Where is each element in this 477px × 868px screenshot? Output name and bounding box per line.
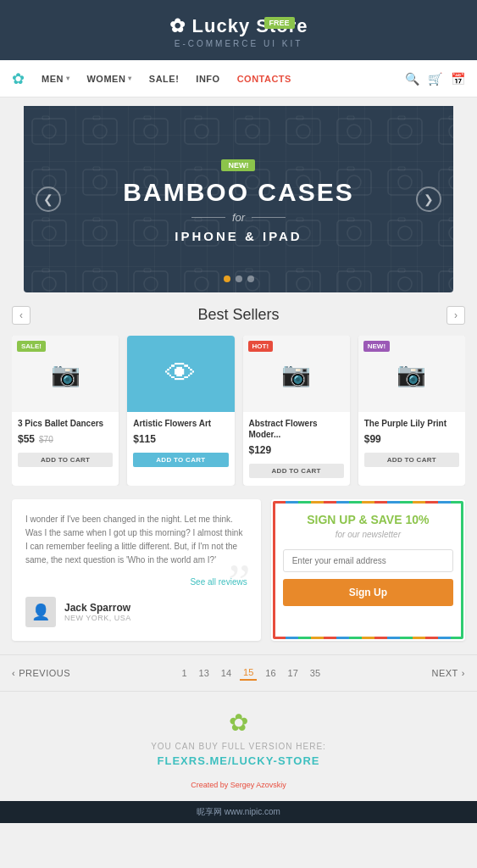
newsletter-box: SIGN UP & SAVE 10% for our newsletter Si… — [271, 499, 465, 641]
footer-cta: YOU CAN BUY FULL VERSION HERE: — [0, 742, 477, 751]
calendar-icon[interactable]: 📅 — [451, 72, 465, 86]
best-sellers-section: ‹ Best Sellers › SALE! 📷 3 Pics Ballet D… — [0, 292, 477, 499]
nav-item-info[interactable]: INFO — [187, 60, 228, 97]
products-next-button[interactable]: › — [446, 306, 465, 325]
product-name: Artistic Flowers Art — [133, 418, 228, 429]
nav-item-sale[interactable]: SALE! — [141, 60, 188, 97]
nav-item-women[interactable]: WOMEN ▾ — [78, 60, 140, 97]
page-1[interactable]: 1 — [178, 666, 190, 680]
newsletter-title-main: SIGN UP — [307, 513, 355, 526]
product-name: 3 Pics Ballet Dancers — [18, 418, 113, 429]
product-card: SALE! 📷 3 Pics Ballet Dancers $55 $70 AD… — [12, 336, 119, 486]
hero-dot-1[interactable] — [224, 275, 230, 282]
product-image: NEW! 📷 — [358, 336, 465, 412]
new-badge: NEW! — [363, 341, 390, 352]
pagination-prev-button[interactable]: ‹ PREVIOUS — [12, 668, 70, 678]
product-info: The Purple Lily Print $99 ADD TO CART — [358, 412, 465, 475]
review-text: I wonder if I've been changed in the nig… — [25, 513, 247, 567]
chevron-left-icon: ‹ — [12, 668, 15, 678]
site-footer: ✿ YOU CAN BUY FULL VERSION HERE: FLEXRS.… — [0, 691, 477, 801]
product-old-price: $70 — [39, 435, 53, 444]
review-box: I wonder if I've been changed in the nig… — [12, 499, 261, 641]
hero-new-badge: NEW! — [221, 159, 255, 171]
product-price: $55 — [18, 433, 35, 445]
product-image: HOT! 📷 — [243, 336, 350, 412]
main-nav: ✿ MEN ▾ WOMEN ▾ SALE! INFO CONTACTS 🔍 🛒 … — [0, 60, 477, 97]
newsletter-title-highlight: & SAVE 10% — [358, 513, 429, 526]
hero-prev-button[interactable]: ❮ — [36, 186, 61, 212]
product-name: Abstract Flowers Moder... — [249, 418, 344, 440]
hero-dot-3[interactable] — [247, 275, 254, 282]
chevron-down-icon: ▾ — [128, 75, 132, 82]
section-title: Best Sellers — [197, 306, 279, 324]
product-pricing: $129 — [249, 444, 344, 456]
add-to-cart-button[interactable]: ADD TO CART — [133, 453, 228, 467]
nav-logo-icon[interactable]: ✿ — [12, 70, 25, 88]
camera-icon: 📷 — [51, 360, 80, 388]
camera-icon: 📷 — [281, 360, 311, 388]
nav-item-contacts[interactable]: CONTACTS — [229, 60, 300, 97]
hero-dot-2[interactable] — [236, 275, 242, 282]
reviewer-location: NEW YORK, USA — [64, 614, 131, 622]
site-subtitle: E-COMMERCE UI KIT — [0, 39, 477, 48]
product-price: $115 — [133, 433, 156, 445]
product-info: Abstract Flowers Moder... $129 ADD TO CA… — [243, 412, 350, 486]
product-pricing: $99 — [364, 433, 459, 445]
page-15[interactable]: 15 — [240, 665, 257, 681]
product-card: 👁 Artistic Flowers Art $115 ADD TO CART — [127, 336, 234, 486]
hero-content: NEW! BAMBOO CASES for IPHONE & IPAD — [123, 156, 353, 243]
email-input[interactable] — [283, 549, 453, 572]
reviewer-name: Jack Sparrow — [64, 602, 131, 614]
nav-items: MEN ▾ WOMEN ▾ SALE! INFO CONTACTS — [33, 60, 405, 97]
chevron-right-icon: › — [462, 668, 465, 678]
next-label: NEXT — [431, 668, 458, 678]
search-icon[interactable]: 🔍 — [405, 72, 419, 86]
footer-flower-icon: ✿ — [0, 709, 477, 737]
footer-credit-text: Created by — [191, 781, 228, 789]
watermark-bar: 昵享网 www.nipic.com — [0, 801, 477, 823]
eye-icon: 👁 — [165, 356, 196, 392]
page-35[interactable]: 35 — [307, 666, 324, 680]
nav-icons: 🔍 🛒 📅 — [405, 72, 465, 86]
site-logo: ✿ Lucky Store — [0, 15, 477, 37]
add-to-cart-button[interactable]: ADD TO CART — [249, 464, 344, 478]
newsletter-subtitle: for our newsletter — [283, 530, 453, 539]
add-to-cart-button[interactable]: ADD TO CART — [18, 453, 113, 467]
free-badge: FREE — [264, 17, 295, 29]
chevron-down-icon: ▾ — [66, 75, 70, 82]
reviewer-details: Jack Sparrow NEW YORK, USA — [64, 602, 131, 622]
product-info: 3 Pics Ballet Dancers $55 $70 ADD TO CAR… — [12, 412, 119, 475]
pagination: ‹ PREVIOUS 1 13 14 15 16 17 35 NEXT › — [0, 654, 477, 691]
section-header: ‹ Best Sellers › — [12, 306, 465, 324]
footer-link[interactable]: FLEXRS.ME/LUCKY-STORE — [0, 754, 477, 767]
footer-credit-author: Sergey Azovskiy — [230, 781, 286, 789]
page-16[interactable]: 16 — [262, 666, 279, 680]
camera-icon: 📷 — [397, 360, 426, 388]
page-14[interactable]: 14 — [218, 666, 235, 680]
pagination-pages: 1 13 14 15 16 17 35 — [178, 665, 324, 681]
footer-credit: Created by Sergey Azovskiy — [0, 781, 477, 789]
cart-icon[interactable]: 🛒 — [428, 72, 442, 86]
products-grid: SALE! 📷 3 Pics Ballet Dancers $55 $70 AD… — [12, 336, 465, 486]
nav-item-men[interactable]: MEN ▾ — [33, 60, 78, 97]
hero-subtitle: IPHONE & IPAD — [123, 229, 353, 243]
page-13[interactable]: 13 — [196, 666, 213, 680]
see-all-reviews-link[interactable]: See all reviews — [25, 577, 247, 587]
hero-next-button[interactable]: ❯ — [416, 186, 441, 212]
pagination-next-button[interactable]: NEXT › — [431, 668, 465, 678]
page-17[interactable]: 17 — [285, 666, 302, 680]
product-image: SALE! 📷 — [12, 336, 119, 412]
hot-badge: HOT! — [248, 341, 274, 352]
products-prev-button[interactable]: ‹ — [12, 306, 31, 325]
signup-button[interactable]: Sign Up — [283, 579, 453, 606]
product-card: NEW! 📷 The Purple Lily Print $99 ADD TO … — [358, 336, 465, 486]
product-pricing: $55 $70 — [18, 433, 113, 445]
hero-for-line: for — [123, 211, 353, 224]
product-image-featured: 👁 — [127, 336, 234, 412]
product-name: The Purple Lily Print — [364, 418, 459, 429]
product-price: $129 — [249, 444, 272, 456]
hero-dots — [224, 275, 254, 282]
add-to-cart-button[interactable]: ADD TO CART — [364, 453, 459, 467]
hero-title: BAMBOO CASES — [123, 178, 353, 206]
review-newsletter-section: I wonder if I've been changed in the nig… — [0, 499, 477, 654]
